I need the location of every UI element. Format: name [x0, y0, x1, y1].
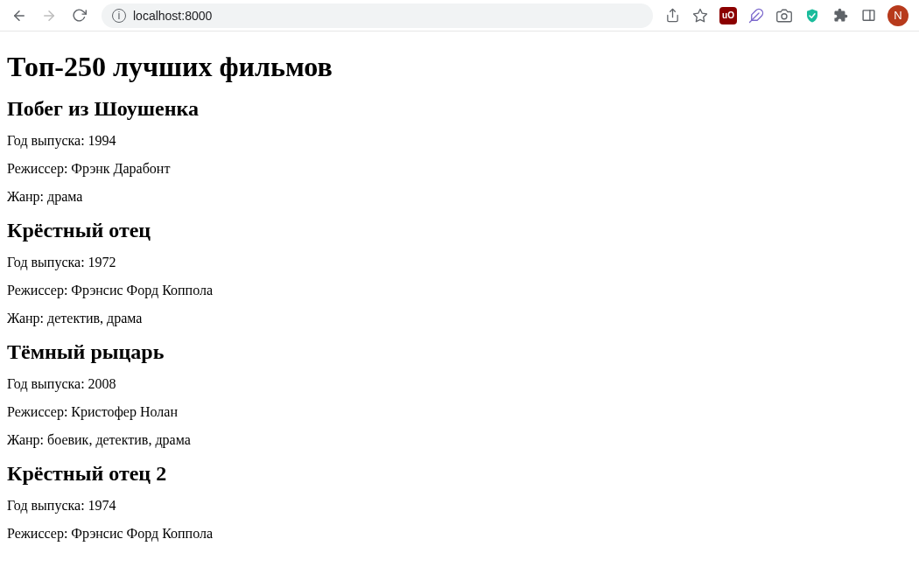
browser-toolbar: i localhost:8000 uO N: [0, 0, 919, 32]
movie-director: Режиссер: Кристофер Нолан: [7, 404, 912, 420]
movie-title: Побег из Шоушенка: [7, 97, 912, 121]
movie-year: Год выпуска: 1972: [7, 255, 912, 270]
svg-marker-3: [694, 9, 707, 21]
movie-year: Год выпуска: 1994: [7, 133, 912, 149]
ublock-extension[interactable]: uO: [719, 7, 737, 24]
movie-genre: Жанр: драма: [7, 189, 912, 205]
profile-initial: N: [894, 9, 901, 22]
page-content: Топ-250 лучших фильмов Побег из Шоушенка…: [0, 32, 919, 561]
movie-title: Крёстный отец 2: [7, 462, 912, 486]
ublock-label: uO: [722, 10, 734, 20]
profile-avatar[interactable]: N: [887, 5, 908, 26]
movie-title: Тёмный рыцарь: [7, 340, 912, 364]
movie-genre: Жанр: детектив, драма: [7, 311, 912, 326]
arrow-left-icon: [11, 8, 27, 24]
feather-icon: [748, 8, 764, 24]
shield-check-icon: [804, 8, 820, 24]
star-icon: [692, 8, 708, 24]
movie-director: Режиссер: Фрэнсис Форд Коппола: [7, 283, 912, 298]
sidepanel-icon: [861, 8, 876, 23]
arrow-right-icon: [41, 8, 57, 24]
url-text: localhost:8000: [133, 9, 212, 23]
movie-director: Режиссер: Фрэнк Дарабонт: [7, 161, 912, 177]
share-button[interactable]: [663, 7, 681, 24]
svg-point-5: [782, 13, 787, 18]
puzzle-icon: [833, 8, 848, 23]
reload-icon: [72, 8, 87, 23]
feather-extension[interactable]: [747, 7, 765, 24]
toolbar-right: uO N: [663, 5, 912, 26]
share-icon: [665, 8, 680, 23]
movie-genre: Жанр: боевик, детектив, драма: [7, 432, 912, 448]
svg-rect-6: [863, 10, 874, 20]
camera-extension[interactable]: [775, 7, 793, 24]
page-title: Топ-250 лучших фильмов: [7, 51, 912, 83]
movie-title: Крёстный отец: [7, 219, 912, 242]
site-info-icon[interactable]: i: [112, 9, 126, 23]
forward-button[interactable]: [37, 4, 61, 28]
sidepanel-button[interactable]: [859, 7, 877, 24]
shield-extension[interactable]: [803, 7, 821, 24]
movie-year: Год выпуска: 2008: [7, 376, 912, 392]
extensions-button[interactable]: [831, 7, 849, 24]
bookmark-button[interactable]: [691, 7, 709, 24]
address-bar[interactable]: i localhost:8000: [102, 4, 653, 28]
reload-button[interactable]: [67, 4, 91, 28]
movie-year: Год выпуска: 1974: [7, 498, 912, 514]
camera-icon: [776, 8, 792, 24]
back-button[interactable]: [7, 4, 32, 28]
movie-director: Режиссер: Фрэнсис Форд Коппола: [7, 526, 912, 542]
